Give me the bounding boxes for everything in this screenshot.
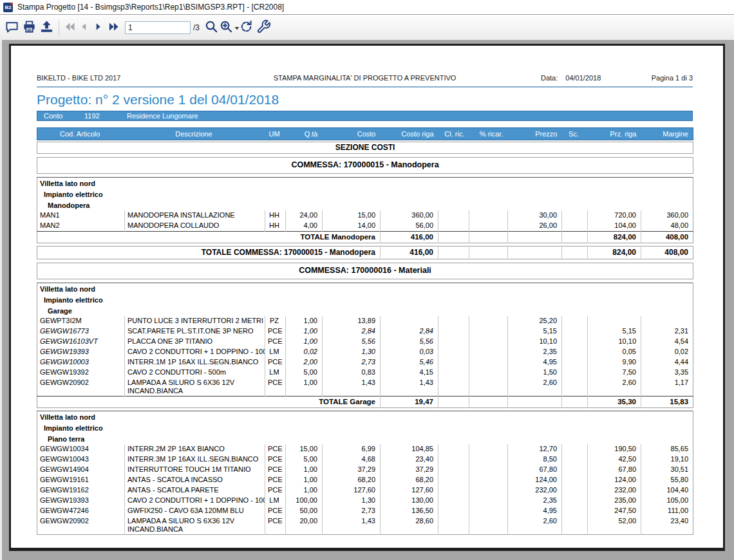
total-margine: 15,83 bbox=[641, 397, 693, 408]
cell-desc: CAVO 2 CONDUTTORI + 1 DOPPINO - 100m bbox=[125, 347, 265, 357]
cell-costo_riga: 127,60 bbox=[381, 485, 438, 496]
group-header-row: Villetta lato nord bbox=[37, 283, 693, 295]
cell-um: HH bbox=[265, 221, 286, 232]
cell-desc: ANTAS - SCATOLA PARETE bbox=[125, 485, 265, 496]
cell-um: PCE bbox=[265, 357, 286, 368]
cell-costo: 14,00 bbox=[323, 221, 381, 232]
first-page-icon bbox=[63, 20, 77, 35]
cell-code: GEWGW20902 bbox=[37, 378, 125, 397]
group-header: Impianto elettrico bbox=[37, 294, 693, 305]
group-band: Villetta lato nordImpianto elettricoMano… bbox=[37, 177, 693, 243]
cell-costo_riga: 136,50 bbox=[381, 506, 438, 516]
page-number-input[interactable] bbox=[125, 21, 191, 34]
total-sc bbox=[562, 247, 588, 259]
print-button[interactable] bbox=[21, 19, 38, 37]
cell-margine: 105,00 bbox=[641, 496, 693, 506]
group-header: Impianto elettrico bbox=[37, 422, 693, 433]
total-costo_riga: 19,47 bbox=[381, 397, 438, 408]
cell-costo_riga: 4,15 bbox=[381, 368, 438, 378]
cell-cl_ric bbox=[438, 496, 469, 506]
cell-qta: 1,00 bbox=[286, 475, 323, 485]
cell-cl_ric bbox=[438, 506, 469, 516]
search-button[interactable] bbox=[203, 19, 220, 37]
cell-costo_riga: 5,46 bbox=[381, 357, 438, 368]
cell-ricar bbox=[469, 516, 508, 535]
last-page-button[interactable] bbox=[105, 19, 122, 37]
group-header-row: Villetta lato nord bbox=[37, 178, 693, 189]
cell-margine: 30,51 bbox=[641, 465, 693, 475]
total-label: TOTALE Manodopera bbox=[37, 232, 381, 243]
cell-um: LM bbox=[265, 347, 286, 357]
refresh-button[interactable] bbox=[238, 19, 255, 37]
column-header: Costo bbox=[323, 128, 381, 140]
zoom-button[interactable] bbox=[220, 19, 238, 37]
cell-code: GEWGW19393 bbox=[37, 347, 125, 357]
page-info: Pagina 1 di 3 bbox=[652, 74, 693, 82]
cell-desc: INTERR.1M 1P 16AX ILL.SEGN.BIANCO bbox=[125, 357, 265, 368]
cell-prz_riga: 42,50 bbox=[588, 454, 641, 465]
cell-ricar bbox=[469, 210, 508, 221]
prev-page-button[interactable] bbox=[77, 19, 91, 37]
refresh-icon bbox=[239, 19, 254, 36]
cell-um: HH bbox=[265, 210, 286, 221]
cell-cl_ric bbox=[438, 378, 469, 397]
account-label: Conto bbox=[44, 112, 84, 120]
cell-margine: 4,44 bbox=[641, 357, 693, 368]
group-header-row: Manodopera bbox=[37, 200, 693, 210]
section-title: COMMESSA: 170000015 - Manodopera bbox=[37, 158, 693, 174]
cell-sc bbox=[562, 221, 588, 232]
section-band: COMMESSA: 170000015 - Manodopera bbox=[37, 157, 693, 174]
group-header-row: Garage bbox=[37, 305, 693, 316]
cell-costo_riga: 37,29 bbox=[381, 465, 438, 475]
cell-code: GEWGW19392 bbox=[37, 368, 125, 378]
cell-costo: 37,29 bbox=[323, 465, 381, 475]
table-row: GEWGW19393CAVO 2 CONDUTTORI + 1 DOPPINO … bbox=[37, 347, 693, 357]
cell-costo_riga: 360,00 bbox=[381, 210, 438, 221]
comment-button[interactable] bbox=[3, 19, 21, 37]
group-band: Villetta lato nordImpianto elettricoPian… bbox=[37, 411, 693, 535]
comment-icon bbox=[5, 19, 19, 36]
cell-prezzo: 25,20 bbox=[508, 316, 562, 326]
next-page-icon bbox=[92, 21, 104, 35]
cell-prz_riga: 124,00 bbox=[588, 475, 641, 485]
toolbar: /3 bbox=[0, 15, 734, 41]
cell-margine: 48,00 bbox=[641, 221, 693, 232]
table-row: GEWGW20902LAMPADA A SILURO S 6X36 12VINC… bbox=[37, 378, 693, 397]
cell-cl_ric bbox=[438, 516, 469, 535]
cell-code: GEWGW47246 bbox=[37, 506, 125, 516]
cell-desc: CAVO 2 CONDUTTORI - 500m bbox=[125, 368, 265, 378]
table-row: GEWGW20902LAMPADA A SILURO S 6X36 12VINC… bbox=[37, 516, 693, 535]
group-header: Villetta lato nord bbox=[37, 283, 693, 295]
next-page-button[interactable] bbox=[91, 19, 105, 37]
table-row: GEWGW16773SCAT.PARETE PL.ST.IT.ONE 3P NE… bbox=[37, 326, 693, 337]
cell-costo_riga bbox=[381, 316, 438, 326]
cell-qta: 20,00 bbox=[286, 516, 323, 535]
column-header: Prezzo bbox=[508, 128, 562, 140]
column-header-bar: Cod. ArticoloDescrizioneUMQ.tàCostoCosto… bbox=[37, 127, 693, 140]
table-row: GEWGW19393CAVO 2 CONDUTTORI + 1 DOPPINO … bbox=[37, 496, 693, 506]
cell-costo: 2,84 bbox=[323, 326, 381, 337]
settings-button[interactable] bbox=[255, 19, 272, 37]
cell-prezzo: 5,15 bbox=[508, 326, 562, 337]
cell-desc: SCAT.PARETE PL.ST.IT.ONE 3P NERO bbox=[125, 326, 265, 337]
cell-costo_riga: 130,00 bbox=[381, 496, 438, 506]
cell-margine: 3,35 bbox=[641, 368, 693, 378]
column-header: Costo riga bbox=[381, 128, 438, 140]
section-band: COMMESSA: 170000016 - Materiali bbox=[37, 263, 693, 279]
export-icon bbox=[39, 19, 54, 36]
cell-code: GEWGW10043 bbox=[37, 454, 125, 465]
table-row: GEWGW14904INTERRUTTORE TOUCH 1M TITANIOP… bbox=[37, 465, 693, 475]
total-ricar bbox=[469, 247, 508, 259]
cell-prz_riga: 232,00 bbox=[588, 485, 641, 496]
total-row: TOTALE Garage19,4735,3015,83 bbox=[37, 397, 693, 408]
column-header: % ricar. bbox=[469, 128, 508, 140]
application-window: B2 Stampa Progetto [14 - Bsimgsp3\Report… bbox=[0, 0, 734, 560]
first-page-button[interactable] bbox=[62, 19, 77, 37]
export-button[interactable] bbox=[38, 19, 55, 37]
cell-margine: 1,17 bbox=[641, 378, 693, 397]
cell-ricar bbox=[469, 337, 508, 347]
column-header: Prz. riga bbox=[588, 128, 641, 140]
table-row: GEWGW10003INTERR.1M 1P 16AX ILL.SEGN.BIA… bbox=[37, 357, 693, 368]
cell-qta: 0,02 bbox=[286, 347, 323, 357]
column-header: Cod. Articolo bbox=[37, 128, 125, 140]
